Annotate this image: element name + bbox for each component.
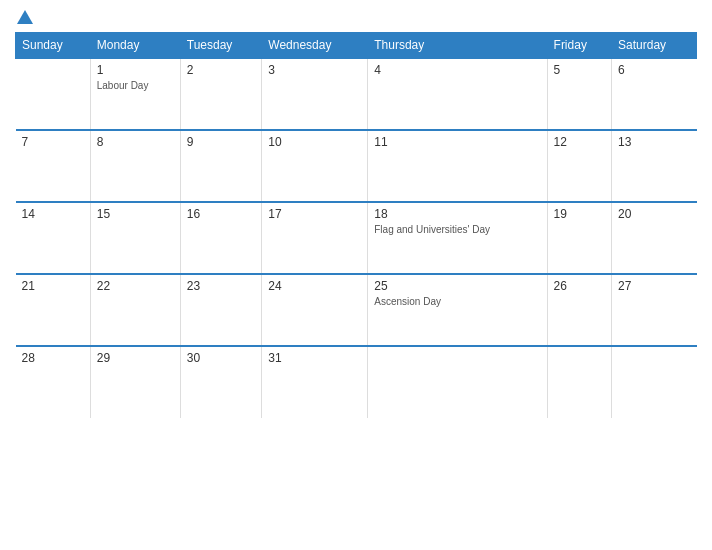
logo-triangle-icon bbox=[17, 10, 33, 24]
day-number: 18 bbox=[374, 207, 540, 221]
calendar-cell: 12 bbox=[547, 130, 611, 202]
day-number: 20 bbox=[618, 207, 690, 221]
calendar-cell: 15 bbox=[90, 202, 180, 274]
day-number: 6 bbox=[618, 63, 690, 77]
day-number: 30 bbox=[187, 351, 256, 365]
day-number: 5 bbox=[554, 63, 605, 77]
day-number: 10 bbox=[268, 135, 361, 149]
calendar-cell: 28 bbox=[16, 346, 91, 418]
calendar-cell: 8 bbox=[90, 130, 180, 202]
calendar-cell bbox=[368, 346, 547, 418]
calendar-cell: 16 bbox=[180, 202, 262, 274]
calendar-cell: 19 bbox=[547, 202, 611, 274]
day-number: 12 bbox=[554, 135, 605, 149]
day-number: 8 bbox=[97, 135, 174, 149]
calendar-cell: 7 bbox=[16, 130, 91, 202]
calendar-cell: 1Labour Day bbox=[90, 58, 180, 130]
calendar-cell: 6 bbox=[612, 58, 697, 130]
day-number: 16 bbox=[187, 207, 256, 221]
day-number: 23 bbox=[187, 279, 256, 293]
calendar-cell: 10 bbox=[262, 130, 368, 202]
day-number: 3 bbox=[268, 63, 361, 77]
day-number: 11 bbox=[374, 135, 540, 149]
calendar-cell: 22 bbox=[90, 274, 180, 346]
calendar-cell: 13 bbox=[612, 130, 697, 202]
calendar-cell bbox=[612, 346, 697, 418]
day-number: 22 bbox=[97, 279, 174, 293]
weekday-header-saturday: Saturday bbox=[612, 33, 697, 59]
day-number: 13 bbox=[618, 135, 690, 149]
calendar-cell bbox=[16, 58, 91, 130]
weekday-header-sunday: Sunday bbox=[16, 33, 91, 59]
calendar-cell: 23 bbox=[180, 274, 262, 346]
day-number: 21 bbox=[22, 279, 84, 293]
calendar-cell: 3 bbox=[262, 58, 368, 130]
calendar-cell: 29 bbox=[90, 346, 180, 418]
calendar-cell: 14 bbox=[16, 202, 91, 274]
week-row-1: 78910111213 bbox=[16, 130, 697, 202]
day-number: 7 bbox=[22, 135, 84, 149]
week-row-2: 1415161718Flag and Universities' Day1920 bbox=[16, 202, 697, 274]
calendar-cell: 21 bbox=[16, 274, 91, 346]
weekday-header-friday: Friday bbox=[547, 33, 611, 59]
day-number: 24 bbox=[268, 279, 361, 293]
calendar-cell: 2 bbox=[180, 58, 262, 130]
week-row-0: 1Labour Day23456 bbox=[16, 58, 697, 130]
day-number: 27 bbox=[618, 279, 690, 293]
calendar-cell: 11 bbox=[368, 130, 547, 202]
weekday-header-row: SundayMondayTuesdayWednesdayThursdayFrid… bbox=[16, 33, 697, 59]
calendar-cell: 20 bbox=[612, 202, 697, 274]
day-number: 14 bbox=[22, 207, 84, 221]
day-number: 19 bbox=[554, 207, 605, 221]
calendar-cell: 24 bbox=[262, 274, 368, 346]
calendar-cell: 9 bbox=[180, 130, 262, 202]
day-number: 28 bbox=[22, 351, 84, 365]
day-number: 17 bbox=[268, 207, 361, 221]
header bbox=[15, 10, 697, 24]
weekday-header-wednesday: Wednesday bbox=[262, 33, 368, 59]
day-number: 9 bbox=[187, 135, 256, 149]
calendar-cell: 17 bbox=[262, 202, 368, 274]
day-number: 31 bbox=[268, 351, 361, 365]
day-number: 25 bbox=[374, 279, 540, 293]
calendar-cell: 26 bbox=[547, 274, 611, 346]
calendar-cell: 5 bbox=[547, 58, 611, 130]
logo bbox=[15, 10, 35, 24]
event-label: Flag and Universities' Day bbox=[374, 223, 540, 236]
weekday-header-monday: Monday bbox=[90, 33, 180, 59]
event-label: Ascension Day bbox=[374, 295, 540, 308]
calendar-cell: 30 bbox=[180, 346, 262, 418]
calendar-cell: 18Flag and Universities' Day bbox=[368, 202, 547, 274]
calendar-page: SundayMondayTuesdayWednesdayThursdayFrid… bbox=[0, 0, 712, 550]
week-row-4: 28293031 bbox=[16, 346, 697, 418]
calendar-body: 1Labour Day23456789101112131415161718Fla… bbox=[16, 58, 697, 418]
day-number: 1 bbox=[97, 63, 174, 77]
calendar-cell: 4 bbox=[368, 58, 547, 130]
day-number: 15 bbox=[97, 207, 174, 221]
calendar-header: SundayMondayTuesdayWednesdayThursdayFrid… bbox=[16, 33, 697, 59]
weekday-header-tuesday: Tuesday bbox=[180, 33, 262, 59]
day-number: 4 bbox=[374, 63, 540, 77]
day-number: 29 bbox=[97, 351, 174, 365]
calendar-cell: 27 bbox=[612, 274, 697, 346]
weekday-header-thursday: Thursday bbox=[368, 33, 547, 59]
day-number: 26 bbox=[554, 279, 605, 293]
calendar-table: SundayMondayTuesdayWednesdayThursdayFrid… bbox=[15, 32, 697, 418]
week-row-3: 2122232425Ascension Day2627 bbox=[16, 274, 697, 346]
day-number: 2 bbox=[187, 63, 256, 77]
calendar-cell: 31 bbox=[262, 346, 368, 418]
calendar-cell bbox=[547, 346, 611, 418]
event-label: Labour Day bbox=[97, 79, 174, 92]
calendar-cell: 25Ascension Day bbox=[368, 274, 547, 346]
